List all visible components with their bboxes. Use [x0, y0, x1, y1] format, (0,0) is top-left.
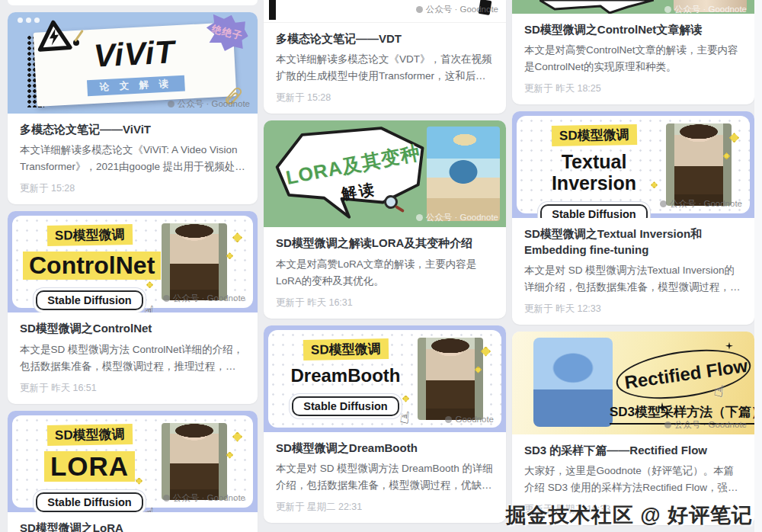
cover-image: SD模型微调 Textual Inversion Stable Diffusio… [512, 111, 754, 218]
note-title: SD模型微调之DreamBooth [276, 441, 494, 456]
card-body: SD模型微调之ControlNet 本文是SD 模型微调方法 ControlNe… [8, 312, 258, 403]
card-body: SD模型微调之LoRA 本文是SD 模型微调方法 LoRA 的详细介绍，包括数据… [8, 512, 258, 532]
note-card-rectified-flow[interactable]: Rectified Flow SD3模型采样方法（下篇） 公众号 · Goodn… [512, 332, 754, 525]
sparkle-icon [226, 252, 233, 259]
note-card-dreambooth[interactable]: SD模型微调 DreamBooth Stable Diffusion Goodn… [264, 325, 506, 523]
sparkle-icon [232, 232, 242, 242]
cover-image: SD模型微调 DreamBooth Stable Diffusion Goodn… [264, 325, 506, 432]
column-3: 公众号 · Goodnote SD模型微调之ControlNet文章解读 本文是… [512, 0, 754, 532]
note-card-vivit[interactable]: ViViT 论 文 解 读 绝绝子 公众号 · Goodnote 多模态论文笔记… [8, 12, 258, 204]
page-corner-watermark: 掘金技术社区 @ 好评笔记 [506, 502, 753, 529]
cover-image: 公众号 · Goodnote [264, 0, 506, 23]
cover-panel: SD模型微调 ControlNet Stable Diffusion 公众号 ·… [12, 216, 253, 308]
cover-ribbon: 论 文 解 读 [87, 75, 184, 96]
note-summary: 本文是SD 模型微调方法 ControlNet详细的介绍，包括数据集准备，模型微… [20, 341, 245, 375]
right-edge-strip [754, 0, 762, 532]
card-body: 多模态论文笔记——VDT 本文详细解读多模态论文《VDT》，首次在视频扩散的生成… [264, 23, 506, 114]
note-updated-time: 更新于 昨天 18:25 [524, 82, 742, 95]
column-1: ViViT 论 文 解 读 绝绝子 公众号 · Goodnote 多模态论文笔记… [8, 0, 258, 532]
cover-image: Rectified Flow SD3模型采样方法（下篇） 公众号 · Goodn… [512, 332, 754, 434]
wechat-watermark: Goodnote [445, 415, 494, 424]
note-card-controlnet[interactable]: SD模型微调 ControlNet Stable Diffusion 公众号 ·… [8, 211, 258, 403]
wechat-watermark: 公众号 · Goodnote [416, 212, 498, 223]
note-summary: 本文是对高赞ControlNet文章的解读，主要内容是ControlNet的实现… [524, 42, 742, 75]
note-card-lora-variants[interactable]: LORA及其变种 解读 公众号 · Goodnote SD模型微调之解读LORA… [264, 120, 506, 318]
badge-label: Stable Diffusion [47, 496, 131, 508]
note-summary: 本文是对高赞LoRA文章的解读，主要内容是LoRA的变种及其优化。 [276, 256, 494, 290]
lightning-warning-icon [36, 18, 73, 53]
note-title: SD模型微调之解读LORA及其变种介绍 [276, 236, 494, 251]
note-summary: 本文详细解读多模态论文《VDT》，首次在视频扩散的生成模型中使用Transfor… [276, 51, 494, 85]
note-title: SD模型微调之Textual Inversion和Embedding fine-… [524, 226, 742, 258]
sparkle-icon [232, 432, 242, 442]
hand-cursor-icon [399, 408, 411, 428]
card-body: SD模型微调之Textual Inversion和Embedding fine-… [512, 218, 754, 325]
wechat-watermark: 公众号 · Goodnote [163, 492, 245, 504]
cover-tag: SD模型微调 [46, 224, 132, 246]
cover-girl-photo [427, 127, 500, 221]
stable-diffusion-badge: Stable Diffusion [540, 204, 647, 218]
cover-tag: SD模型微调 [551, 124, 636, 146]
notes-grid-page: ViViT 论 文 解 读 绝绝子 公众号 · Goodnote 多模态论文笔记… [0, 0, 762, 532]
speech-bubble-decoration [539, 0, 654, 14]
stable-diffusion-badge: Stable Diffusion [292, 396, 399, 416]
cover-image: ViViT 论 文 解 读 绝绝子 公众号 · Goodnote [8, 12, 258, 114]
note-updated-time: 更新于 15:28 [276, 91, 494, 104]
card-body: SD模型微调之解读LORA及其变种介绍 本文是对高赞LoRA文章的解读，主要内容… [264, 227, 506, 318]
cover-headline: ControlNet [23, 252, 161, 280]
note-title: SD模型微调之ControlNet [20, 321, 245, 336]
note-updated-time: 更新于 昨天 12:33 [524, 303, 742, 316]
cover-girl-photo [162, 223, 227, 300]
note-summary: 本文是对 SD 模型微调方法Textual Inversion的详细介绍，包括数… [524, 262, 742, 296]
cover-tag: SD模型微调 [46, 424, 132, 446]
cover-girl-photo [666, 123, 732, 206]
wechat-watermark: 公众号 · Goodnote [163, 293, 245, 304]
window-dots-decoration [18, 18, 23, 23]
cover-image: SD模型微调 ControlNet Stable Diffusion 公众号 ·… [8, 211, 258, 312]
cover-girl-photo [162, 423, 227, 500]
badge-label: Stable Diffusion [47, 294, 131, 306]
wechat-watermark: 公众号 · Goodnote [664, 4, 747, 14]
cover-image: LORA及其变种 解读 公众号 · Goodnote [264, 120, 506, 227]
cover-text-block: SD模型微调 DreamBooth Stable Diffusion [279, 339, 412, 416]
cover-panel: SD模型微调 DreamBooth Stable Diffusion Goodn… [268, 330, 501, 428]
note-title: 多模态论文笔记——ViViT [20, 122, 245, 137]
cover-decoration [269, 0, 276, 20]
star-icon [725, 342, 733, 350]
cover-text-block: SD模型微调 ControlNet Stable Diffusion [23, 225, 156, 310]
wechat-watermark: 公众号 · Goodnote [168, 98, 250, 110]
note-updated-time: 更新于 15:28 [20, 182, 245, 195]
hand-cursor-icon [142, 303, 155, 313]
note-card-textual-inversion[interactable]: SD模型微调 Textual Inversion Stable Diffusio… [512, 111, 754, 325]
cover-girl-photo [533, 338, 613, 427]
note-summary: 本文是对 SD 模型微调方法 DreamBooth 的详细介绍，包括数据集准备，… [276, 460, 494, 494]
note-updated-time: 更新于 昨天 16:31 [276, 296, 494, 309]
card-body: 多模态论文笔记——ViViT 本文详细解读多模态论文《ViViT: A Vide… [8, 114, 258, 204]
cover-image: 公众号 · Goodnote [512, 0, 754, 14]
note-title: 多模态论文笔记——VDT [276, 31, 494, 46]
hand-cursor-icon [712, 381, 725, 401]
hand-cursor-icon [647, 216, 659, 218]
note-card-controlnet-article[interactable]: 公众号 · Goodnote SD模型微调之ControlNet文章解读 本文是… [512, 0, 754, 104]
cover-image: SD模型微调 LORA Stable Diffusion 公众号 · Goodn… [8, 411, 258, 512]
cover-headline: Textual Inversion [527, 152, 661, 194]
cover-headline: LORA [44, 451, 135, 482]
note-title: SD3 的采样下篇——Rectified Flow [524, 443, 742, 458]
previous-card-remnant [8, 0, 258, 5]
card-body: SD模型微调之DreamBooth 本文是对 SD 模型微调方法 DreamBo… [264, 432, 506, 523]
note-updated-time: 更新于 星期二 22:31 [276, 501, 494, 514]
note-card-vdt[interactable]: 公众号 · Goodnote 多模态论文笔记——VDT 本文详细解读多模态论文《… [264, 0, 506, 114]
note-title: SD模型微调之ControlNet文章解读 [524, 22, 742, 37]
cover-girl-photo [418, 338, 483, 420]
cover-text-block: SD模型微调 LORA Stable Diffusion [23, 425, 156, 512]
note-title: SD模型微调之LoRA [20, 521, 245, 532]
hand-cursor-icon [142, 504, 155, 511]
cover-text-block: SD模型微调 Textual Inversion Stable Diffusio… [527, 125, 661, 218]
cover-headline: ViViT [93, 34, 176, 75]
cover-tag: SD模型微调 [303, 338, 388, 361]
note-summary: 本文详细解读多模态论文《ViViT: A Video Vision Transf… [20, 142, 245, 175]
cover-panel: SD模型微调 LORA Stable Diffusion 公众号 · Goodn… [12, 415, 253, 508]
note-card-lora[interactable]: SD模型微调 LORA Stable Diffusion 公众号 · Goodn… [8, 411, 258, 532]
wechat-watermark: 公众号 · Goodnote [664, 419, 747, 431]
badge-label: Stable Diffusion [303, 400, 387, 412]
